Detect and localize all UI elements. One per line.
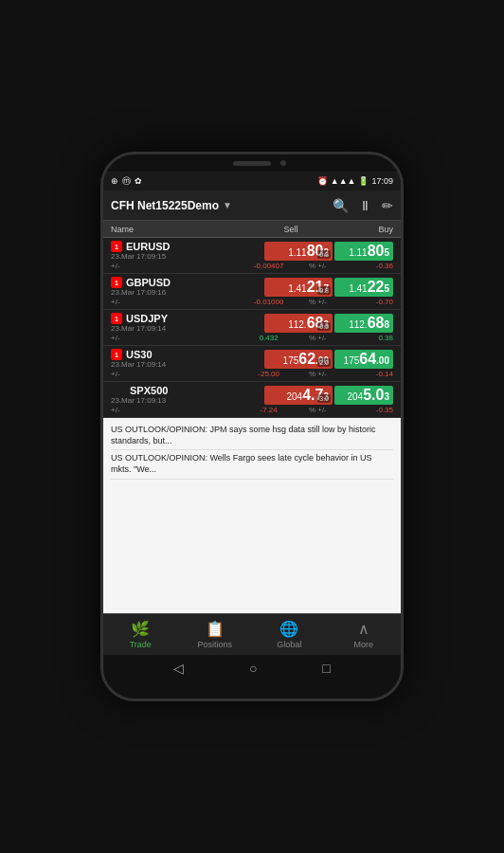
- pct-label: % +/-: [307, 262, 329, 270]
- back-button[interactable]: ◁: [173, 661, 184, 676]
- chart-icon[interactable]: Ⅱ: [362, 198, 369, 213]
- global-icon: 🌐: [279, 620, 298, 638]
- instrument-symbol: EURUSD: [126, 241, 170, 252]
- change-label: +/-: [111, 298, 231, 306]
- instrument-date: 23.Mar 17:09:15: [111, 252, 264, 261]
- nav-positions[interactable]: 📋 Positions: [178, 614, 253, 655]
- buy-big: 22: [368, 280, 385, 295]
- sell-prefix: 204: [287, 391, 303, 402]
- title-dropdown-arrow: ▼: [223, 200, 232, 210]
- time-display: 17:09: [371, 176, 393, 186]
- buy-prefix: 175: [344, 355, 360, 366]
- badge: 1: [111, 313, 122, 324]
- buy-change: -0.14: [329, 370, 393, 378]
- sell-price-box[interactable]: 112.683 0.5: [264, 314, 333, 333]
- name-col: 1 USDJPY 23.Mar 17:09:14: [111, 313, 264, 333]
- pct-label: % +/-: [307, 334, 329, 342]
- price-group: 1.11802 0.3 1.11805: [264, 242, 393, 261]
- badge: 1: [111, 277, 122, 288]
- buy-big: 68: [368, 316, 385, 331]
- paw-icon: ⓜ: [122, 175, 131, 188]
- nav-global[interactable]: 🌐 Global: [252, 614, 327, 655]
- sell-prefix: 1.41: [288, 283, 306, 294]
- news-item[interactable]: US OUTLOOK/OPINION: JPM says some hsg da…: [111, 422, 393, 450]
- recent-button[interactable]: □: [322, 661, 330, 676]
- buy-price-box[interactable]: 112.688: [334, 314, 393, 333]
- table-row[interactable]: SPX500 23.Mar 17:09:13 2044.73 3.0 2045.…: [103, 382, 401, 418]
- spread-badge: 2.0: [317, 358, 331, 367]
- search-icon[interactable]: 🔍: [333, 198, 349, 213]
- app-title-text: CFH Net15225Demo: [111, 199, 219, 212]
- instrument-name: SPX500: [111, 385, 264, 396]
- speaker: [233, 161, 271, 166]
- sell-change: -0.00407: [231, 262, 307, 270]
- sell-price-box[interactable]: 17562.00 2.0: [264, 350, 333, 369]
- nav-more[interactable]: ∧ More: [327, 614, 402, 655]
- app-header: CFH Net15225Demo ▼ 🔍 Ⅱ ✏: [103, 191, 401, 221]
- buy-change: -0.35: [329, 406, 393, 414]
- app-title-container[interactable]: CFH Net15225Demo ▼: [111, 199, 333, 212]
- sell-change: -25.00: [231, 370, 307, 378]
- status-right-icons: ⏰ ▲▲▲ 🔋 17:09: [317, 176, 393, 186]
- phone-bottom: [103, 681, 401, 699]
- buy-change: -0.36: [329, 262, 393, 270]
- table-row[interactable]: 1 US30 23.Mar 17:09:14 17562.00 2.0 1756…: [103, 346, 401, 382]
- wifi-icon: ✿: [135, 176, 142, 186]
- row-bottom: +/- -25.00 % +/- -0.14: [111, 370, 393, 378]
- buy-prefix: 112.: [349, 319, 367, 330]
- instrument-name: 1 GBPUSD: [111, 277, 264, 288]
- name-col: 1 US30 23.Mar 17:09:14: [111, 349, 264, 369]
- edit-icon[interactable]: ✏: [382, 198, 393, 213]
- col-name: Name: [111, 225, 253, 234]
- instrument-date: 23.Mar 17:09:14: [111, 360, 264, 369]
- nav-trade[interactable]: 🌿 Trade: [103, 614, 178, 655]
- row-top: 1 USDJPY 23.Mar 17:09:14 112.683 0.5 112…: [111, 313, 393, 333]
- alarm-icon: ⏰: [317, 176, 328, 186]
- buy-small: 5: [384, 284, 389, 294]
- buy-prefix: 1.11: [349, 247, 367, 258]
- row-top: 1 US30 23.Mar 17:09:14 17562.00 2.0 1756…: [111, 349, 393, 369]
- row-top: SPX500 23.Mar 17:09:13 2044.73 3.0 2045.…: [111, 385, 393, 405]
- signal-icon: ▲▲▲: [331, 176, 356, 186]
- row-top: 1 EURUSD 23.Mar 17:09:15 1.11802 0.3 1.1…: [111, 241, 393, 261]
- trade-icon: 🌿: [131, 620, 150, 638]
- more-icon: ∧: [358, 620, 369, 638]
- table-row[interactable]: 1 USDJPY 23.Mar 17:09:14 112.683 0.5 112…: [103, 310, 401, 346]
- instrument-date: 23.Mar 17:09:16: [111, 288, 264, 297]
- status-bar: ⊕ ⓜ ✿ ⏰ ▲▲▲ 🔋 17:09: [103, 172, 401, 191]
- buy-small: 3: [384, 392, 389, 402]
- sell-change: -7.24: [231, 406, 307, 414]
- sell-price-box[interactable]: 1.11802 0.3: [264, 242, 333, 261]
- status-left-icons: ⊕ ⓜ ✿: [111, 175, 142, 188]
- row-bottom: +/- -0.01000 % +/- -0.70: [111, 298, 393, 306]
- positions-icon: 📋: [206, 620, 225, 638]
- buy-price-box[interactable]: 1.11805: [334, 242, 393, 261]
- table-row[interactable]: 1 EURUSD 23.Mar 17:09:15 1.11802 0.3 1.1…: [103, 238, 401, 274]
- buy-change: 0.38: [329, 334, 393, 342]
- change-label: +/-: [111, 370, 231, 378]
- buy-big: 5.0: [363, 388, 384, 403]
- table-row[interactable]: 1 GBPUSD 23.Mar 17:09:16 1.41217 0.8 1.4…: [103, 274, 401, 310]
- sell-prefix: 1.11: [288, 247, 306, 258]
- home-button[interactable]: ○: [249, 661, 257, 676]
- instrument-date: 23.Mar 17:09:13: [111, 396, 264, 405]
- badge: 1: [111, 241, 122, 252]
- header-icons: 🔍 Ⅱ ✏: [333, 198, 393, 213]
- sell-change: -0.01000: [231, 298, 307, 306]
- change-label: +/-: [111, 406, 231, 414]
- phone-top: [103, 154, 401, 172]
- battery-icon: 🔋: [358, 176, 369, 186]
- sell-big: 62: [298, 352, 315, 367]
- sell-price-box[interactable]: 2044.73 3.0: [264, 386, 333, 405]
- instrument-name: 1 USDJPY: [111, 313, 264, 324]
- instrument-name: 1 US30: [111, 349, 264, 360]
- buy-price-box[interactable]: 17564.00: [334, 350, 393, 369]
- sell-price-box[interactable]: 1.41217 0.8: [264, 278, 333, 297]
- news-section: US OUTLOOK/OPINION: JPM says some hsg da…: [103, 418, 401, 613]
- instruments-list: 1 EURUSD 23.Mar 17:09:15 1.11802 0.3 1.1…: [103, 238, 401, 418]
- buy-price-box[interactable]: 2045.03: [334, 386, 393, 405]
- news-item[interactable]: US OUTLOOK/OPINION: Wells Fargo sees lat…: [111, 450, 393, 479]
- android-nav: ◁ ○ □: [103, 655, 401, 681]
- buy-price-box[interactable]: 1.41225: [334, 278, 393, 297]
- buy-prefix: 204: [348, 391, 364, 402]
